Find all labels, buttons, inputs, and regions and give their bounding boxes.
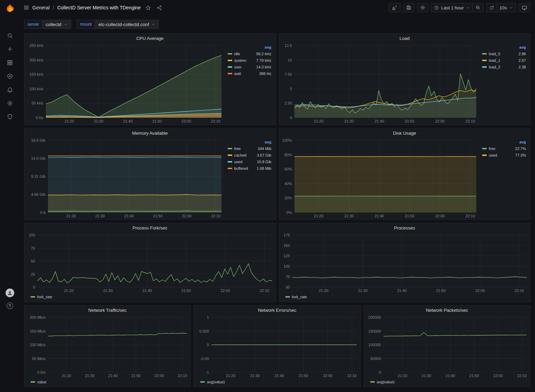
legend-item-free[interactable]: free22.7%	[482, 145, 526, 152]
variable-value-dropdown[interactable]: etc-collectd-collectd.conf	[95, 20, 159, 29]
legend-item-system[interactable]: system7.79 kHz	[228, 57, 271, 64]
x-tick-label: 22:10	[465, 214, 475, 218]
variable-value-dropdown[interactable]: collectd	[42, 20, 71, 29]
dashboard-title[interactable]: CollectD Server Metrics with TDengine	[57, 5, 141, 10]
chart[interactable]: 21:2021:3021:4021:5022:0022:100%20%40%60…	[281, 137, 478, 219]
series-value: 1.68 Mib	[257, 166, 271, 170]
y-tick-label: 100	[283, 264, 290, 268]
chart[interactable]: 21:2021:3021:4021:5022:0022:105075100125…	[281, 232, 529, 293]
legend-item-fork_rate[interactable]: fork_rate	[285, 294, 307, 300]
legend-item-cached[interactable]: cached3.67 Gib	[228, 152, 271, 158]
panel-title[interactable]: Disk Usage	[279, 128, 530, 137]
add-panel-button[interactable]	[389, 3, 400, 12]
user-avatar[interactable]	[6, 289, 14, 297]
y-tick-label: 50 Mb/s	[32, 357, 46, 361]
chart-svg: 21:2021:3021:4021:5022:0022:100%20%40%60…	[281, 137, 478, 219]
x-tick-label: 21:40	[108, 374, 118, 378]
grafana-logo[interactable]	[4, 2, 16, 14]
panel-title[interactable]: Network Errors/sec	[194, 306, 360, 315]
sidebar-item-explore[interactable]	[0, 69, 19, 83]
sidebar-item-search[interactable]	[0, 29, 19, 42]
sidebar-item-dashboards[interactable]	[0, 56, 19, 69]
legend-item-free[interactable]: free344 Mib	[228, 145, 271, 152]
chart-svg: 21:2021:3021:4021:5022:0022:100 b4.66 Gi…	[26, 137, 224, 219]
star-dashboard-button[interactable]	[145, 4, 152, 11]
legend-item-load_2[interactable]: load_22.38	[482, 64, 526, 70]
chart[interactable]: 21:2021:3021:4021:5022:0022:100 b/s50 Mb…	[26, 315, 189, 378]
panel-title[interactable]: CPU Average	[24, 34, 276, 43]
series-value: 14.3 kHz	[256, 65, 271, 69]
breadcrumb-folder[interactable]: General	[32, 5, 50, 10]
y-tick-label: 150 Mb/s	[30, 329, 46, 333]
refresh-button[interactable]	[486, 3, 497, 12]
x-tick-label: 22:10	[211, 214, 221, 218]
series-swatch	[228, 168, 232, 169]
legend-item-buffered[interactable]: buffered1.68 Mib	[228, 165, 271, 172]
x-tick-label: 22:00	[220, 289, 230, 293]
legend-item-used[interactable]: used10.8 Gib	[228, 158, 271, 165]
legend: avgidle96.2 kHzsystem7.79 kHzuser14.3 kH…	[224, 43, 274, 124]
save-dashboard-button[interactable]	[403, 3, 414, 12]
x-tick-label: 22:00	[154, 374, 164, 378]
sidebar-item-server-admin[interactable]	[0, 110, 19, 124]
legend: fork_rate	[281, 293, 529, 301]
time-range-picker[interactable]: Last 1 hour	[431, 3, 473, 12]
panel-title[interactable]: Process Fork/sec	[24, 223, 276, 232]
chart[interactable]: 21:2021:3021:4021:5022:0022:100500001000…	[366, 315, 529, 378]
chart[interactable]: 21:2021:3021:4021:5022:0022:10-1-0.5000.…	[196, 315, 359, 378]
panel-title[interactable]: Load	[279, 34, 530, 43]
x-tick-label: 22:10	[517, 374, 527, 378]
series-swatch	[482, 53, 487, 55]
legend-item-user[interactable]: user14.3 kHz	[228, 64, 271, 70]
series-line-value	[48, 333, 187, 336]
x-tick-label: 22:00	[435, 119, 445, 123]
legend-item-wait[interactable]: wait386 Hz	[228, 70, 271, 77]
series-name: idle	[234, 52, 240, 56]
dashboard-settings-button[interactable]	[417, 3, 428, 12]
refresh-controls: 10s	[486, 3, 516, 12]
chart[interactable]: 21:2021:3021:4021:5022:0022:100255075100	[26, 232, 274, 293]
chart-svg: 21:2021:3021:4021:5022:0022:10-1-0.5000.…	[196, 315, 359, 378]
panel-title[interactable]: Processes	[279, 223, 530, 232]
chart[interactable]: 21:2021:3021:4021:5022:0022:100 Hz50 kHz…	[26, 43, 224, 124]
panel-title[interactable]: Network Packets/sec	[364, 306, 530, 315]
panel-title[interactable]: Network Traffic/sec	[24, 306, 191, 315]
share-dashboard-button[interactable]	[156, 4, 163, 11]
sidebar-item-create[interactable]	[0, 42, 19, 56]
x-tick-label: 21:40	[123, 119, 133, 123]
legend-item-avg(value)[interactable]: avg(value)	[200, 379, 225, 385]
x-tick-label: 21:30	[94, 119, 104, 123]
x-tick-label: 21:50	[181, 289, 191, 293]
x-tick-label: 21:20	[398, 374, 407, 378]
refresh-interval-dropdown[interactable]: 10s	[497, 3, 516, 12]
legend-item-load_0[interactable]: load_02.86	[482, 50, 526, 57]
cycle-view-mode-button[interactable]	[519, 3, 530, 12]
x-tick-label: 21:20	[62, 374, 71, 378]
legend-item-fork_rate[interactable]: fork_rate	[31, 294, 52, 300]
legend-item-used[interactable]: used77.3%	[482, 152, 526, 158]
y-tick-label: 7.50	[284, 72, 292, 76]
x-tick-label: 22:10	[211, 119, 221, 123]
x-tick-label: 21:20	[64, 119, 74, 123]
sidebar-item-alerting[interactable]	[0, 83, 19, 97]
legend-item-idle[interactable]: idle96.2 kHz	[228, 50, 271, 57]
legend-item-value[interactable]: value	[31, 379, 46, 385]
legend-header: avg	[228, 139, 271, 145]
panel-title[interactable]: Memory Available	[24, 128, 276, 137]
zoom-out-button[interactable]	[472, 3, 484, 12]
legend-item-avg(value)[interactable]: avg(value)	[370, 379, 395, 385]
plus-icon	[7, 46, 13, 52]
chart[interactable]: 21:2021:3021:4021:5022:0022:100 b4.66 Gi…	[26, 137, 224, 219]
x-tick-label: 21:50	[153, 214, 163, 218]
chart[interactable]: 21:2021:3021:4021:5022:0022:1002.5057.50…	[281, 43, 478, 124]
x-tick-label: 21:30	[95, 214, 105, 218]
x-tick-label: 21:50	[299, 374, 308, 378]
save-icon	[406, 5, 412, 10]
panel-network-packets: Network Packets/sec 21:2021:3021:4021:50…	[364, 305, 530, 387]
sidebar-item-configuration[interactable]	[0, 97, 19, 110]
legend-item-load_1[interactable]: load_12.57	[482, 57, 526, 64]
series-name: avg(value)	[207, 380, 225, 384]
sidebar-item-help[interactable]: ?	[7, 302, 13, 309]
series-line-fork_rate	[38, 264, 272, 283]
breadcrumb-separator: /	[53, 5, 54, 10]
